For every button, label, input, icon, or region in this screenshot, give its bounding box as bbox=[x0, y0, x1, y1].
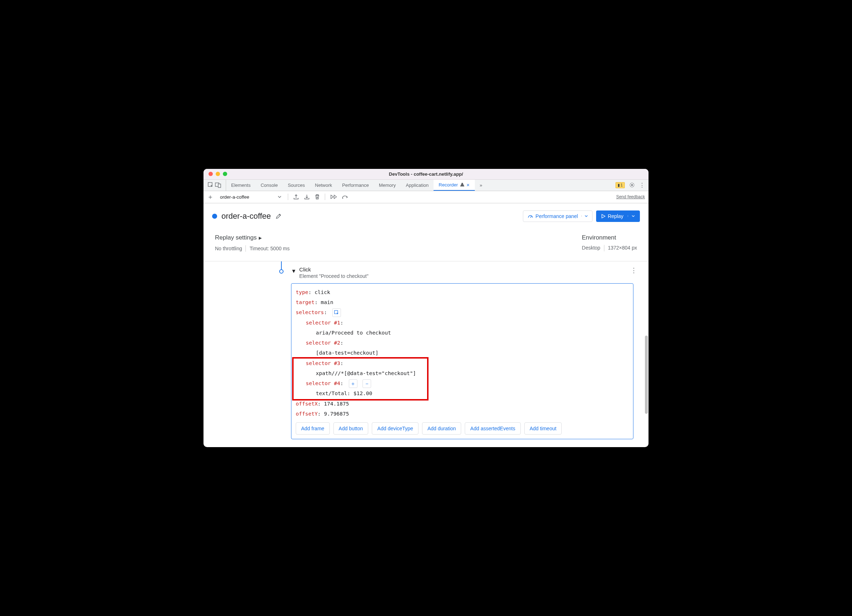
add-button-button[interactable]: Add button bbox=[334, 422, 369, 435]
replay-button-label: Replay bbox=[607, 213, 623, 219]
svg-point-3 bbox=[631, 184, 633, 186]
add-devicetype-button[interactable]: Add deviceType bbox=[372, 422, 418, 435]
timeline-dot-icon bbox=[279, 269, 284, 274]
issues-badge[interactable]: ▮ 1 bbox=[615, 182, 625, 188]
code-line: offsetX: 174.1875 bbox=[296, 399, 629, 409]
tab-performance[interactable]: Performance bbox=[337, 180, 374, 191]
traffic-lights bbox=[204, 172, 227, 176]
code-line: aria/Proceed to checkout bbox=[296, 328, 629, 338]
toolbar-icon-group bbox=[288, 194, 348, 200]
add-duration-button[interactable]: Add duration bbox=[422, 422, 461, 435]
perf-button-label: Performance panel bbox=[535, 213, 578, 219]
panel-tabbar: Elements Console Sources Network Perform… bbox=[204, 180, 648, 191]
replay-settings: Replay settings ▸ No throttling Timeout:… bbox=[215, 234, 290, 252]
code-line: offsetY: 9.796875 bbox=[296, 409, 629, 419]
gauge-icon bbox=[527, 213, 533, 219]
separator bbox=[325, 194, 325, 200]
step-header[interactable]: ▼ Click Element "Proceed to checkout" ⋮ bbox=[291, 267, 644, 279]
timeline-line bbox=[281, 261, 282, 270]
settings-row: Replay settings ▸ No throttling Timeout:… bbox=[204, 229, 648, 261]
perf-button-caret[interactable] bbox=[582, 215, 588, 217]
recording-title: order-a-coffee bbox=[221, 212, 271, 221]
step-more-menu-icon[interactable]: ⋮ bbox=[631, 267, 638, 274]
code-line: selector #4: ＋ － bbox=[296, 378, 629, 388]
add-frame-button[interactable]: Add frame bbox=[296, 422, 330, 435]
svg-rect-2 bbox=[218, 184, 221, 188]
chevron-down-icon: ▼ bbox=[291, 268, 296, 274]
tab-memory[interactable]: Memory bbox=[374, 180, 401, 191]
add-buttons-row: Add frame Add button Add deviceType Add … bbox=[296, 422, 629, 435]
code-line: xpath///*[@data-test="checkout"] bbox=[296, 368, 629, 378]
tabbar-right: ▮ 1 ⋮ bbox=[615, 182, 648, 188]
recording-dropdown[interactable]: order-a-coffee bbox=[217, 194, 284, 200]
recording-header: order-a-coffee Performance panel Replay bbox=[204, 203, 648, 229]
tab-elements[interactable]: Elements bbox=[226, 180, 255, 191]
tab-overflow[interactable]: » bbox=[475, 180, 487, 191]
add-assertedevents-button[interactable]: Add assertedEvents bbox=[465, 422, 520, 435]
code-line: selectors: bbox=[296, 307, 629, 317]
code-line: selector #3: bbox=[296, 358, 629, 368]
maximize-window-button[interactable] bbox=[223, 172, 227, 176]
issues-count: 1 bbox=[621, 183, 623, 187]
step-content: ▼ Click Element "Proceed to checkout" ⋮ … bbox=[291, 261, 644, 447]
step-play-icon[interactable] bbox=[330, 194, 337, 199]
step-title-block: Click Element "Proceed to checkout" bbox=[299, 267, 369, 279]
add-timeout-button[interactable]: Add timeout bbox=[524, 422, 562, 435]
tab-application[interactable]: Application bbox=[401, 180, 434, 191]
edit-name-icon[interactable] bbox=[275, 213, 282, 220]
tab-network[interactable]: Network bbox=[310, 180, 337, 191]
new-recording-button[interactable]: ＋ bbox=[207, 193, 213, 201]
tab-recorder[interactable]: Recorder × bbox=[434, 180, 474, 191]
spacer bbox=[291, 439, 644, 447]
replay-button-caret[interactable] bbox=[628, 215, 635, 217]
header-actions: Performance panel Replay bbox=[523, 211, 640, 222]
environment-settings: Environment Desktop 1372×804 px bbox=[582, 234, 637, 252]
scrollbar-thumb[interactable] bbox=[645, 336, 648, 414]
device-toggle-icon[interactable] bbox=[215, 182, 221, 188]
minimize-window-button[interactable] bbox=[216, 172, 220, 176]
element-picker-button[interactable] bbox=[332, 308, 341, 317]
inspect-icon[interactable] bbox=[208, 182, 213, 188]
tab-sources[interactable]: Sources bbox=[283, 180, 310, 191]
recording-indicator-icon bbox=[212, 214, 217, 219]
window-title: DevTools - coffee-cart.netlify.app/ bbox=[204, 172, 648, 177]
chevron-right-icon: ▸ bbox=[259, 234, 262, 242]
flask-icon bbox=[460, 182, 464, 187]
timeout-value: Timeout: 5000 ms bbox=[249, 245, 290, 252]
tab-console[interactable]: Console bbox=[255, 180, 283, 191]
replay-button[interactable]: Replay bbox=[596, 211, 640, 222]
throttling-value: No throttling bbox=[215, 245, 242, 252]
remove-selector-button[interactable]: － bbox=[363, 380, 371, 388]
recording-dropdown-label: order-a-coffee bbox=[220, 194, 249, 200]
devtools-window: DevTools - coffee-cart.netlify.app/ Elem… bbox=[204, 169, 648, 447]
window-titlebar: DevTools - coffee-cart.netlify.app/ bbox=[204, 169, 648, 180]
close-window-button[interactable] bbox=[208, 172, 213, 176]
code-line: type: click bbox=[296, 287, 629, 297]
dimensions-value: 1372×804 px bbox=[608, 245, 637, 252]
step-subtitle: Element "Proceed to checkout" bbox=[299, 273, 369, 279]
scrollbar[interactable] bbox=[644, 261, 648, 447]
recorder-toolbar: ＋ order-a-coffee Send feedback bbox=[204, 191, 648, 203]
tabbar-left-tools bbox=[204, 180, 226, 191]
step-area: ▼ Click Element "Proceed to checkout" ⋮ … bbox=[204, 261, 648, 447]
more-menu-icon[interactable]: ⋮ bbox=[639, 182, 645, 188]
settings-gear-icon[interactable] bbox=[629, 182, 635, 188]
step-over-icon[interactable] bbox=[341, 195, 348, 199]
separator bbox=[604, 245, 604, 252]
replay-settings-meta: No throttling Timeout: 5000 ms bbox=[215, 245, 290, 252]
tab-close-icon[interactable]: × bbox=[467, 182, 470, 188]
import-icon[interactable] bbox=[304, 194, 310, 200]
play-icon bbox=[601, 214, 606, 218]
separator bbox=[245, 245, 246, 252]
replay-settings-toggle[interactable]: Replay settings ▸ bbox=[215, 234, 290, 242]
send-feedback-link[interactable]: Send feedback bbox=[616, 194, 645, 199]
export-icon[interactable] bbox=[293, 194, 299, 200]
add-selector-button[interactable]: ＋ bbox=[349, 380, 358, 388]
environment-meta: Desktop 1372×804 px bbox=[582, 245, 637, 252]
svg-point-4 bbox=[342, 198, 343, 199]
code-line: [data-test=checkout] bbox=[296, 348, 629, 358]
delete-icon[interactable] bbox=[315, 194, 320, 200]
code-line: target: main bbox=[296, 297, 629, 307]
code-line: selector #2: bbox=[296, 338, 629, 348]
performance-panel-button[interactable]: Performance panel bbox=[523, 211, 592, 222]
